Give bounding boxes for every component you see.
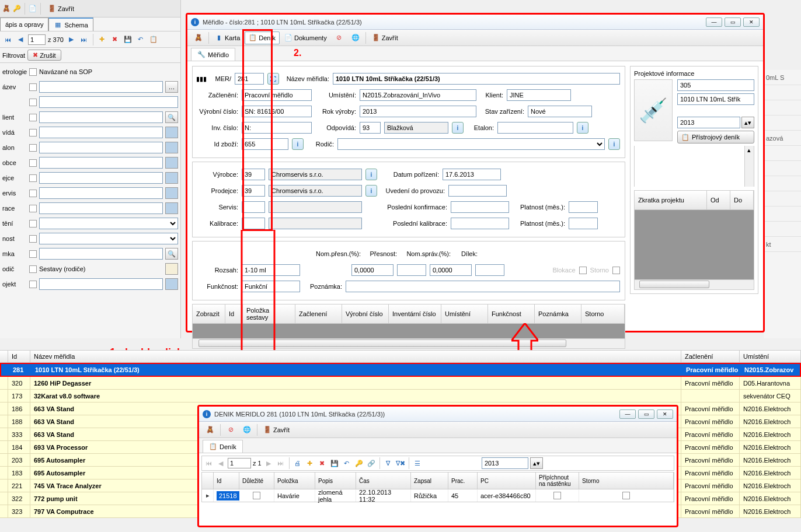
col-zacl[interactable]: Začlenení xyxy=(295,304,342,323)
input-vida[interactable] xyxy=(39,127,163,138)
color-parent[interactable] xyxy=(165,263,178,275)
proj-hscroll[interactable] xyxy=(634,280,754,290)
clear-filter-icon[interactable]: ∇✖ xyxy=(395,458,406,468)
nomprec-input[interactable] xyxy=(351,264,393,276)
col-cas[interactable]: Čas xyxy=(356,473,411,489)
color-service[interactable] xyxy=(165,187,178,199)
col-popis[interactable]: Popis xyxy=(315,473,356,489)
bear-icon[interactable]: 🧸 xyxy=(2,5,11,13)
save-icon[interactable]: 💾 xyxy=(123,34,133,45)
subtab-meridlo[interactable]: 🔧Měřidlo xyxy=(191,48,235,61)
color-calib[interactable] xyxy=(165,202,178,214)
tab-schema[interactable]: ▦Schema xyxy=(48,18,93,31)
etalon-info-button[interactable]: i xyxy=(577,122,588,134)
copy-icon[interactable]: 📋 xyxy=(148,34,159,45)
inv-input[interactable] xyxy=(242,122,312,134)
col-name[interactable]: Název měřidla xyxy=(30,351,681,362)
input-etalon[interactable] xyxy=(39,142,163,153)
comm-input[interactable] xyxy=(448,185,507,197)
karta-tab[interactable]: ▮Karta xyxy=(211,32,243,44)
resp-info-button[interactable]: i xyxy=(452,122,464,134)
input-name[interactable] xyxy=(39,81,163,93)
year-spinner[interactable]: ▴▾ xyxy=(741,117,754,128)
nav-prev-icon[interactable]: ◀ xyxy=(215,458,226,468)
seller-id-input[interactable] xyxy=(242,185,265,197)
color-seller[interactable] xyxy=(165,172,178,184)
undo-icon[interactable]: ↶ xyxy=(342,458,352,468)
range-input[interactable] xyxy=(242,264,300,276)
input-service[interactable] xyxy=(39,187,163,199)
chk-seller[interactable] xyxy=(29,174,37,182)
mer-input[interactable] xyxy=(235,73,264,85)
year-filter-input[interactable] xyxy=(482,457,528,469)
nav-page-input[interactable] xyxy=(28,34,46,45)
proj-name-input[interactable] xyxy=(677,93,754,105)
color-vida[interactable] xyxy=(165,127,178,138)
list-icon[interactable]: ☰ xyxy=(412,458,423,468)
col-do[interactable]: Do xyxy=(730,191,754,209)
col-vyrcislo[interactable]: Výrobní číslo xyxy=(342,304,389,323)
denik-titlebar[interactable]: i DENIK MERIDLO 281 (1010 LTN 10mL Střík… xyxy=(199,407,677,422)
input-2[interactable] xyxy=(39,96,178,108)
maximize-button[interactable]: ▭ xyxy=(725,18,741,27)
nav-next-icon[interactable]: ▶ xyxy=(66,34,76,45)
undo-icon[interactable]: ↶ xyxy=(135,34,146,45)
cell-storno[interactable] xyxy=(579,489,674,502)
nav-page-input[interactable] xyxy=(228,458,251,468)
chk-client[interactable] xyxy=(29,114,37,121)
input-project[interactable] xyxy=(39,278,163,290)
chk-parent[interactable] xyxy=(29,265,37,273)
goods-info-button[interactable]: i xyxy=(292,138,304,150)
nav-last-icon[interactable]: ⏭ xyxy=(79,34,89,45)
denik-grid-row[interactable]: ▸ 21518 Havárie zlomená jehla 22.10.2013… xyxy=(201,489,674,502)
chk-note[interactable] xyxy=(29,250,37,258)
mfr-id-input[interactable] xyxy=(242,169,265,180)
chk-2[interactable] xyxy=(29,99,37,106)
name-input[interactable] xyxy=(333,73,620,85)
color-project[interactable] xyxy=(165,278,178,290)
chk-etalon[interactable] xyxy=(29,144,37,152)
note-input[interactable] xyxy=(346,281,620,292)
globe-button[interactable]: 🌐 xyxy=(348,32,363,44)
input-client[interactable] xyxy=(39,111,163,123)
dokumenty-tab[interactable]: 📄Dokumenty xyxy=(281,32,330,44)
cell-dulezite[interactable] xyxy=(239,489,274,502)
link-icon[interactable]: 🔗 xyxy=(366,458,377,468)
col-loc[interactable]: Umístění xyxy=(740,351,801,362)
parent-info-button[interactable]: i xyxy=(608,138,620,150)
loc-input[interactable] xyxy=(360,89,476,101)
year-input[interactable] xyxy=(360,106,476,117)
col-od[interactable]: Od xyxy=(707,191,730,209)
part-input[interactable] xyxy=(475,264,504,276)
del-button[interactable]: ⊘ xyxy=(223,424,238,436)
state-input[interactable] xyxy=(528,106,592,117)
nav-last-icon[interactable]: ⏭ xyxy=(276,458,286,468)
color-etalon[interactable] xyxy=(165,142,178,153)
nav-first-icon[interactable]: ⏮ xyxy=(2,34,13,45)
parent-select[interactable] xyxy=(337,138,605,150)
del-button[interactable]: ⊘ xyxy=(332,32,347,44)
nav-next-icon[interactable]: ▶ xyxy=(263,458,274,468)
col-umist[interactable]: Umístění xyxy=(441,304,488,323)
dateacq-input[interactable] xyxy=(443,169,501,180)
select-loc[interactable] xyxy=(39,218,178,229)
proj-id-input[interactable] xyxy=(677,79,754,91)
calib-id-input[interactable] xyxy=(242,218,265,229)
prec-input[interactable] xyxy=(397,264,426,276)
select-func[interactable] xyxy=(39,233,178,244)
add-icon[interactable]: ✚ xyxy=(305,458,315,468)
chk-navsop[interactable] xyxy=(29,68,37,76)
seller-info-button[interactable]: i xyxy=(365,185,377,197)
chk-loc[interactable] xyxy=(29,220,37,228)
col-invcislo[interactable]: Inventární číslo xyxy=(389,304,441,323)
col-prac[interactable]: Prac. xyxy=(448,473,478,489)
key-icon[interactable]: 🔑 xyxy=(13,5,21,13)
vscrollbar[interactable]: ▴ xyxy=(744,146,754,187)
browse-name-button[interactable]: … xyxy=(165,81,178,93)
close-button[interactable]: 🚪Zavřít xyxy=(368,32,402,44)
add-icon[interactable]: ✚ xyxy=(97,34,107,45)
tab-edit[interactable]: ápis a opravy xyxy=(0,18,48,31)
subgrid-hscroll[interactable] xyxy=(192,339,625,349)
col-zkratka[interactable]: Zkratka projektu xyxy=(635,191,707,209)
color-mfr[interactable] xyxy=(165,157,178,169)
